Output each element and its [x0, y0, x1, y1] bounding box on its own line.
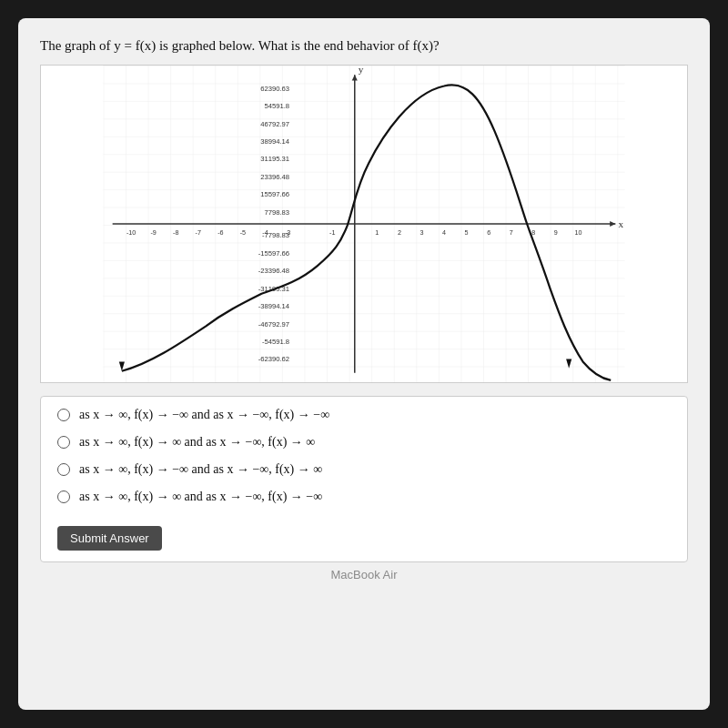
svg-text:-1: -1: [329, 229, 335, 237]
svg-text:-4: -4: [262, 229, 268, 237]
svg-text:31195.31: 31195.31: [260, 155, 289, 163]
answer-row-c: as x → ∞, f(x) → −∞ and as x → −∞, f(x) …: [57, 462, 671, 477]
svg-text:-38994.14: -38994.14: [258, 302, 290, 310]
svg-text:-62390.62: -62390.62: [258, 355, 289, 363]
svg-text:1: 1: [375, 229, 379, 237]
svg-text:-54591.8: -54591.8: [262, 338, 289, 346]
svg-text:-8: -8: [173, 229, 178, 237]
svg-text:3: 3: [420, 229, 423, 237]
svg-text:7: 7: [510, 229, 513, 237]
svg-text:62390.63: 62390.63: [260, 85, 289, 93]
answers-box: as x → ∞, f(x) → −∞ and as x → −∞, f(x) …: [40, 396, 688, 562]
svg-text:y: y: [359, 66, 364, 75]
radio-b[interactable]: [57, 436, 70, 449]
svg-text:-46792.97: -46792.97: [258, 320, 289, 329]
svg-text:10: 10: [574, 229, 581, 237]
svg-text:54591.8: 54591.8: [264, 102, 289, 110]
page: The graph of y = f(x) is graphed below. …: [18, 18, 710, 710]
answer-row-b: as x → ∞, f(x) → ∞ and as x → −∞, f(x) →…: [57, 435, 671, 450]
svg-text:7798.83: 7798.83: [264, 208, 289, 217]
graph-area: y x 62390.63 54591.8 46792.97 38994.14 3…: [40, 65, 688, 383]
svg-text:-9: -9: [150, 229, 156, 237]
radio-a[interactable]: [57, 409, 70, 421]
answer-row-d: as x → ∞, f(x) → ∞ and as x → −∞, f(x) →…: [57, 490, 671, 504]
svg-text:-7: -7: [196, 229, 201, 237]
svg-text:-3: -3: [285, 229, 290, 237]
answer-row-a: as x → ∞, f(x) → −∞ and as x → −∞, f(x) …: [57, 408, 671, 422]
svg-text:-10: -10: [126, 229, 136, 237]
svg-text:-15597.66: -15597.66: [258, 249, 289, 258]
svg-text:4: 4: [442, 229, 446, 237]
svg-text:-6: -6: [217, 229, 223, 237]
answer-text-b: as x → ∞, f(x) → ∞ and as x → −∞, f(x) →…: [79, 435, 315, 450]
radio-c[interactable]: [57, 463, 70, 476]
svg-text:23396.48: 23396.48: [260, 173, 289, 181]
radio-d[interactable]: [57, 490, 70, 503]
svg-text:-5: -5: [240, 229, 246, 237]
svg-text:5: 5: [465, 229, 469, 237]
svg-text:-23396.48: -23396.48: [258, 267, 289, 275]
answer-text-a: as x → ∞, f(x) → −∞ and as x → −∞, f(x) …: [79, 408, 329, 422]
svg-text:2: 2: [398, 229, 401, 237]
answer-text-d: as x → ∞, f(x) → ∞ and as x → −∞, f(x) →…: [79, 490, 322, 504]
svg-text:6: 6: [487, 229, 490, 237]
submit-button[interactable]: Submit Answer: [57, 526, 162, 551]
footer-label: MacBook Air: [40, 568, 688, 581]
svg-text:38994.14: 38994.14: [260, 137, 290, 146]
svg-text:15597.66: 15597.66: [260, 190, 289, 198]
svg-text:46792.97: 46792.97: [260, 120, 289, 128]
answer-text-c: as x → ∞, f(x) → −∞ and as x → −∞, f(x) …: [79, 462, 322, 477]
question-text: The graph of y = f(x) is graphed below. …: [40, 36, 688, 56]
svg-text:9: 9: [554, 229, 558, 237]
svg-text:x: x: [618, 218, 623, 229]
